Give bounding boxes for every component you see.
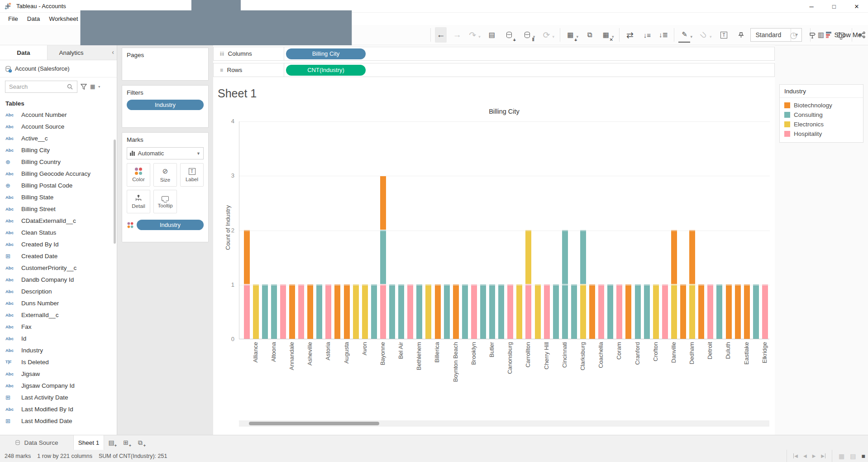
bar-40[interactable] bbox=[598, 284, 604, 339]
new-worksheet-tab-icon[interactable]: ▤+ bbox=[104, 435, 119, 450]
collapse-pane-icon[interactable]: ‹ bbox=[112, 48, 114, 56]
new-dashboard-tab-icon[interactable]: ⊞+ bbox=[119, 435, 133, 450]
bar-21[interactable] bbox=[425, 284, 431, 339]
bar-19[interactable] bbox=[407, 284, 413, 339]
worksheet-tooltip-icon[interactable] bbox=[807, 27, 819, 43]
undo-icon[interactable]: ← bbox=[435, 27, 447, 43]
marks-pill-industry[interactable]: Industry bbox=[137, 220, 204, 230]
bar-52[interactable] bbox=[707, 284, 713, 339]
color-button[interactable]: Color bbox=[127, 163, 150, 187]
replay-icon[interactable]: ↷ bbox=[467, 27, 478, 43]
field-billing-street[interactable]: AbcBilling Street bbox=[0, 203, 117, 215]
field-last-modified-date[interactable]: ⊞Last Modified Date bbox=[0, 415, 117, 427]
duplicate-sheet-icon[interactable]: ⧉ bbox=[584, 27, 596, 43]
pause-auto-updates-icon[interactable]: ‖ bbox=[521, 27, 533, 43]
data-source-tab[interactable]: Data Source bbox=[0, 435, 74, 450]
legend-item-biotechnology[interactable]: Biotechnology bbox=[784, 101, 858, 110]
clear-sheet-icon[interactable]: ▦✕ bbox=[600, 27, 612, 43]
field-description[interactable]: AbcDescription bbox=[0, 285, 117, 297]
bar-25[interactable] bbox=[462, 284, 468, 339]
color-legend-card[interactable]: Industry BiotechnologyConsultingElectron… bbox=[779, 84, 863, 143]
run-update-icon[interactable]: ⟳ bbox=[540, 27, 552, 43]
field-last-activity-date[interactable]: ⊞Last Activity Date bbox=[0, 391, 117, 403]
maximize-button[interactable]: □ bbox=[823, 0, 845, 13]
label-button[interactable]: T Label bbox=[180, 163, 204, 187]
sort-descending-icon[interactable]: ↓≣ bbox=[658, 27, 669, 43]
bar-3[interactable] bbox=[262, 284, 268, 339]
field-last-modified-by-id[interactable]: AbcLast Modified By Id bbox=[0, 403, 117, 415]
plot-area[interactable] bbox=[239, 121, 769, 339]
bar-57[interactable] bbox=[753, 284, 759, 339]
bar-42[interactable] bbox=[616, 284, 622, 339]
field-billing-geocode-accuracy[interactable]: AbcBilling Geocode Accuracy bbox=[0, 168, 117, 179]
show-mark-labels-icon[interactable]: T bbox=[718, 27, 730, 43]
bar-16[interactable] bbox=[380, 176, 386, 339]
data-pane-scrollbar[interactable] bbox=[114, 140, 116, 244]
sort-ascending-icon[interactable]: ↓≡ bbox=[641, 27, 653, 43]
highlight-caret-icon[interactable]: ▾ bbox=[690, 34, 692, 39]
field-created-date[interactable]: ⊞Created Date bbox=[0, 250, 117, 262]
bar-13[interactable] bbox=[353, 284, 359, 339]
show-sheet-sorter-icon[interactable]: ▦ bbox=[839, 452, 844, 460]
detail-button[interactable]: Detail bbox=[127, 190, 150, 213]
device-preview-icon[interactable]: ◷ bbox=[788, 27, 800, 43]
bar-23[interactable] bbox=[444, 284, 450, 339]
sheet1-tab[interactable]: Sheet 1 bbox=[74, 435, 104, 450]
field-customerpriority-c[interactable]: AbcCustomerPriority__c bbox=[0, 262, 117, 274]
chart-scrollbar-thumb[interactable] bbox=[249, 422, 379, 425]
show-me-button[interactable]: Show Me bbox=[826, 31, 862, 38]
highlight-icon[interactable]: ✎ bbox=[678, 27, 690, 43]
mark-type-dropdown[interactable]: Automatic ▼ bbox=[127, 147, 204, 159]
fix-axes-icon[interactable] bbox=[735, 27, 747, 43]
search-box[interactable] bbox=[5, 81, 77, 93]
bar-6[interactable] bbox=[289, 284, 295, 339]
datasource-row[interactable]: ✓ Account (Salesforce) bbox=[0, 60, 117, 77]
bar-12[interactable] bbox=[344, 284, 350, 339]
next-sheet-icon[interactable]: ▶ bbox=[812, 453, 816, 458]
bar-28[interactable] bbox=[489, 284, 495, 339]
bar-18[interactable] bbox=[398, 284, 404, 339]
field-created-by-id[interactable]: AbcCreated By Id bbox=[0, 238, 117, 250]
field-jigsaw-company-id[interactable]: AbcJigsaw Company Id bbox=[0, 380, 117, 391]
show-tabs-icon[interactable]: ■ bbox=[862, 452, 865, 460]
bar-37[interactable] bbox=[571, 284, 577, 339]
swap-rows-columns-icon[interactable]: ⇄ bbox=[624, 27, 636, 43]
field-billing-postal-code[interactable]: ⊕Billing Postal Code bbox=[0, 179, 117, 191]
bar-22[interactable] bbox=[435, 284, 441, 339]
first-sheet-icon[interactable]: ◀ bbox=[793, 453, 798, 458]
bar-33[interactable] bbox=[535, 284, 541, 339]
field-duns-number[interactable]: AbcDuns Number bbox=[0, 297, 117, 309]
bar-11[interactable] bbox=[334, 284, 340, 339]
bar-35[interactable] bbox=[553, 284, 559, 339]
bar-29[interactable] bbox=[498, 284, 504, 339]
bar-9[interactable] bbox=[316, 284, 322, 339]
bar-56[interactable] bbox=[744, 284, 750, 339]
field-fax[interactable]: AbcFax bbox=[0, 321, 117, 332]
field-billing-city[interactable]: AbcBilling City bbox=[0, 144, 117, 156]
bar-53[interactable] bbox=[716, 284, 722, 339]
size-button[interactable]: ⊘ Size bbox=[153, 163, 177, 187]
bar-39[interactable] bbox=[589, 284, 595, 339]
bar-30[interactable] bbox=[507, 284, 513, 339]
bar-4[interactable] bbox=[271, 284, 277, 339]
bar-5[interactable] bbox=[280, 284, 286, 339]
field-billing-country[interactable]: ⊕Billing Country bbox=[0, 156, 117, 168]
save-icon[interactable]: ▤ bbox=[486, 27, 498, 43]
new-story-tab-icon[interactable]: ⧉+ bbox=[133, 435, 148, 450]
field-account-number[interactable]: AbcAccount Number bbox=[0, 109, 117, 120]
view-as-caret-icon[interactable]: ▾ bbox=[98, 85, 100, 89]
field-jigsaw[interactable]: AbcJigsaw bbox=[0, 368, 117, 380]
field-cdataexternalid-c[interactable]: AbcCDataExternalId__c bbox=[0, 215, 117, 226]
view-as-icon[interactable]: ▦ bbox=[90, 83, 95, 90]
minimize-button[interactable]: ─ bbox=[800, 0, 823, 13]
run-update-caret-icon[interactable]: ▾ bbox=[552, 34, 554, 39]
bar-27[interactable] bbox=[480, 284, 486, 339]
bar-10[interactable] bbox=[325, 284, 331, 339]
field-active-c[interactable]: AbcActive__c bbox=[0, 132, 117, 144]
field-id[interactable]: AbcId bbox=[0, 332, 117, 344]
bar-55[interactable] bbox=[735, 284, 741, 339]
bar-31[interactable] bbox=[516, 284, 522, 339]
bar-2[interactable] bbox=[253, 284, 259, 339]
bar-54[interactable] bbox=[726, 284, 732, 339]
field-industry[interactable]: AbcIndustry bbox=[0, 344, 117, 356]
